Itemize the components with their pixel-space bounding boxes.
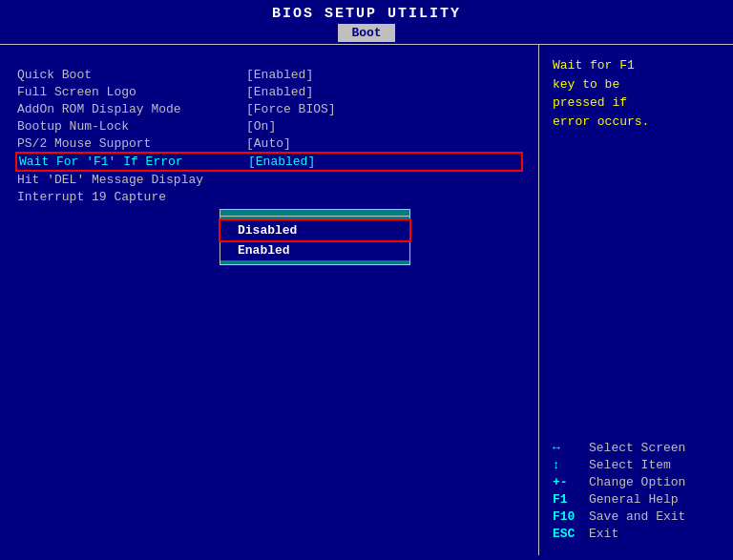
left-panel: Quick Boot[Enabled]Full Screen Logo[Enab…	[0, 45, 539, 555]
settings-label-4: PS/2 Mouse Support	[17, 136, 246, 151]
key-name-2: +-	[553, 475, 589, 489]
settings-label-1: Full Screen Logo	[17, 85, 246, 99]
key-row-4: F10Save and Exit	[553, 509, 720, 524]
option-item-1[interactable]: Enabled	[220, 240, 409, 260]
settings-label-7: Interrupt 19 Capture	[17, 190, 246, 204]
option-item-0[interactable]: Disabled	[220, 220, 409, 240]
settings-value-1: [Enabled]	[246, 85, 521, 99]
key-name-4: F10	[553, 509, 589, 524]
settings-value-4: [Auto]	[246, 136, 521, 151]
settings-value-3: [On]	[246, 119, 521, 134]
settings-rows: Quick Boot[Enabled]Full Screen Logo[Enab…	[17, 68, 521, 204]
key-name-1: ↕	[553, 458, 589, 472]
key-desc-2: Change Option	[589, 475, 685, 489]
settings-label-5: Wait For 'F1' If Error	[19, 155, 248, 169]
settings-value-6	[246, 173, 521, 187]
boot-tab[interactable]: Boot	[338, 24, 394, 42]
key-row-2: +-Change Option	[553, 475, 720, 489]
settings-row-2[interactable]: AddOn ROM Display Mode[Force BIOS]	[17, 102, 521, 116]
key-desc-5: Exit	[589, 527, 618, 541]
settings-label-3: Bootup Num-Lock	[17, 119, 246, 134]
key-name-3: F1	[553, 492, 589, 507]
options-popup: DisabledEnabled	[220, 209, 410, 265]
key-legend: ↔Select Screen↕Select Item+-Change Optio…	[553, 441, 720, 544]
settings-label-6: Hit 'DEL' Message Display	[17, 173, 246, 187]
settings-label-0: Quick Boot	[17, 68, 246, 82]
key-desc-0: Select Screen	[589, 441, 685, 455]
settings-value-7	[246, 190, 521, 204]
settings-value-0: [Enabled]	[246, 68, 521, 82]
key-desc-1: Select Item	[589, 458, 671, 472]
settings-value-5: [Enabled]	[248, 155, 519, 169]
bios-header: BIOS SETUP UTILITY Boot	[0, 0, 733, 45]
right-panel: Wait for F1key to bepressed iferror occu…	[539, 45, 733, 555]
help-text: Wait for F1key to bepressed iferror occu…	[553, 56, 720, 131]
key-desc-3: General Help	[589, 492, 679, 507]
main-layout: Quick Boot[Enabled]Full Screen Logo[Enab…	[0, 45, 733, 555]
key-name-5: ESC	[553, 527, 589, 541]
key-row-5: ESCExit	[553, 527, 720, 541]
key-row-3: F1General Help	[553, 492, 720, 507]
settings-row-5[interactable]: Wait For 'F1' If Error[Enabled]	[17, 154, 521, 170]
settings-row-1[interactable]: Full Screen Logo[Enabled]	[17, 85, 521, 99]
options-header	[220, 209, 410, 216]
key-row-0: ↔Select Screen	[553, 441, 720, 455]
settings-row-6[interactable]: Hit 'DEL' Message Display	[17, 173, 521, 187]
settings-label-2: AddOn ROM Display Mode	[17, 102, 246, 116]
key-row-1: ↕Select Item	[553, 458, 720, 472]
settings-row-0[interactable]: Quick Boot[Enabled]	[17, 68, 521, 82]
settings-row-7[interactable]: Interrupt 19 Capture	[17, 190, 521, 204]
key-desc-4: Save and Exit	[589, 509, 685, 524]
settings-row-3[interactable]: Bootup Num-Lock[On]	[17, 119, 521, 134]
settings-row-4[interactable]: PS/2 Mouse Support[Auto]	[17, 136, 521, 151]
bios-title: BIOS SETUP UTILITY	[0, 6, 733, 22]
options-body: DisabledEnabled	[220, 216, 410, 265]
settings-value-2: [Force BIOS]	[246, 102, 521, 116]
key-name-0: ↔	[553, 441, 589, 455]
